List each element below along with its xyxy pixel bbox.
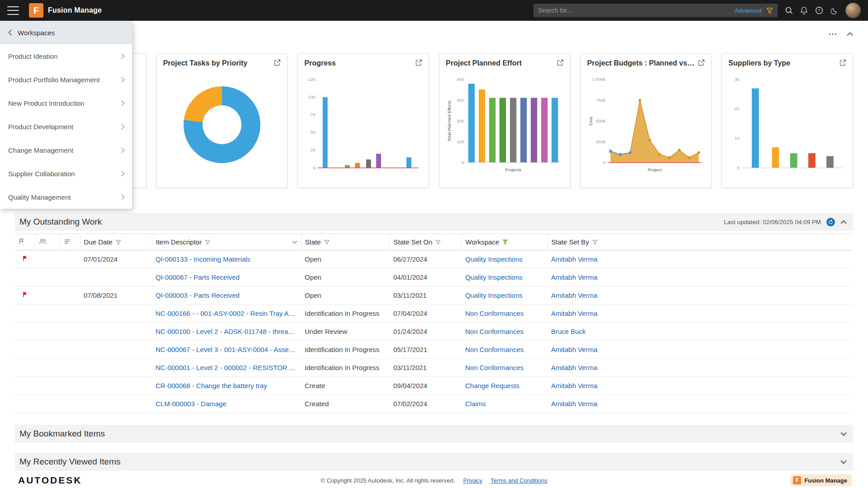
workspace-link[interactable]: Claims [465, 400, 486, 408]
item-link[interactable]: NC-000067 - Level 3 - 001-ASY-0004 - Ass… [156, 346, 300, 353]
filter-funnel-icon[interactable] [766, 7, 773, 14]
user-link[interactable]: Amitabh Verma [551, 273, 598, 281]
help-button[interactable]: ? [815, 6, 823, 14]
open-in-new-icon[interactable] [840, 59, 846, 66]
workspace-link[interactable]: Quality Inspections [465, 255, 523, 263]
workspace-link[interactable]: Non Conformances [465, 364, 524, 371]
user-link[interactable]: Amitabh Verma [551, 346, 598, 353]
cell-flag [15, 395, 35, 413]
column-due-date[interactable]: Due Date [80, 234, 152, 250]
cell-description [60, 341, 80, 359]
people-icon [39, 239, 47, 244]
workspace-link[interactable]: Non Conformances [465, 310, 524, 317]
hamburger-menu-button[interactable] [7, 6, 19, 15]
menu-item[interactable]: New Product Introduction [0, 91, 132, 115]
collapse-dashboards-icon[interactable] [847, 32, 853, 36]
user-link[interactable]: Amitabh Verma [551, 364, 598, 371]
menu-item[interactable]: Change Management [0, 138, 132, 162]
table-row[interactable]: CR-000068 - Change the battery tray Crea… [15, 377, 853, 395]
item-link[interactable]: QI-000003 - Parts Received [156, 291, 240, 299]
table-row[interactable]: 07/01/2024 QI-000133 - Incoming Material… [15, 250, 853, 268]
item-link[interactable]: QI-000133 - Incoming Materials [156, 255, 250, 263]
chevron-down-icon[interactable] [292, 240, 297, 244]
workspace-link[interactable]: Change Requests [465, 382, 519, 389]
user-link[interactable]: Amitabh Verma [551, 255, 598, 263]
user-link[interactable]: Amitabh Verma [551, 382, 598, 389]
workspace-link[interactable]: Non Conformances [465, 328, 524, 335]
table-row[interactable]: NC-000166 - - 001-ASY-0002 - Resin Tray … [15, 305, 853, 323]
cell-item-descriptor: NC-000166 - - 001-ASY-0002 - Resin Tray … [152, 305, 301, 323]
menu-item[interactable]: Supplier Collaboration [0, 162, 132, 185]
table-row[interactable]: NC-000100 - Level 2 - ADSK-011748 - thre… [15, 323, 853, 341]
svg-text:0: 0 [603, 160, 606, 165]
column-state-set-by[interactable]: State Set By [547, 234, 853, 250]
top-bar: F Fusion Manage Advanced ? [0, 0, 868, 21]
menu-item[interactable]: Product Ideation [0, 44, 132, 68]
cell-state-set-by: Amitabh Verma [547, 341, 853, 359]
column-label: State Set By [552, 238, 589, 246]
item-link[interactable]: CLM-000003 - Damage [156, 400, 226, 408]
table-row[interactable]: NC-000067 - Level 3 - 001-ASY-0004 - Ass… [15, 341, 853, 359]
chevron-right-icon [121, 147, 125, 153]
column-item-descriptor[interactable]: Item Descriptor [152, 234, 301, 250]
collapse-section-icon[interactable] [840, 220, 847, 224]
privacy-link[interactable]: Privacy [463, 477, 482, 484]
user-link[interactable]: Amitabh Verma [551, 291, 598, 299]
advanced-search-link[interactable]: Advanced [735, 7, 762, 14]
active-filter-funnel-icon[interactable] [502, 239, 508, 245]
menu-item[interactable]: Product Portfolio Management [0, 68, 132, 91]
svg-text:250k: 250k [596, 139, 605, 144]
open-in-new-icon[interactable] [698, 59, 705, 66]
column-description[interactable] [60, 234, 80, 250]
more-options-icon[interactable] [829, 33, 837, 35]
workspace-link[interactable]: Non Conformances [465, 346, 524, 353]
column-assignees[interactable] [35, 234, 60, 250]
filter-funnel-icon[interactable] [116, 239, 121, 245]
table-row[interactable]: 07/08/2021 QI-000003 - Parts Received Op… [15, 286, 853, 305]
cell-state-set-by: Amitabh Verma [547, 359, 853, 377]
filter-funnel-icon[interactable] [592, 239, 598, 245]
dark-mode-toggle[interactable] [830, 7, 838, 14]
expand-section-icon[interactable] [840, 432, 847, 436]
column-state[interactable]: State [301, 234, 390, 250]
cell-state-set-by: Bruce Buck [547, 323, 853, 341]
column-flag[interactable] [15, 234, 35, 250]
open-in-new-icon[interactable] [557, 59, 564, 66]
workspace-link[interactable]: Quality Inspections [465, 273, 523, 281]
filter-funnel-icon[interactable] [324, 239, 330, 245]
refresh-icon[interactable] [826, 218, 835, 226]
search-button[interactable] [785, 6, 793, 14]
expand-section-icon[interactable] [840, 460, 847, 464]
cell-due-date: 07/01/2024 [80, 250, 152, 268]
user-link[interactable]: Amitabh Verma [551, 400, 598, 408]
search-input[interactable] [538, 7, 730, 14]
filter-funnel-icon[interactable] [205, 239, 210, 245]
cell-due-date [80, 377, 152, 395]
table-row[interactable]: QI-000067 - Parts Received Open 04/01/20… [15, 268, 853, 286]
filter-funnel-icon[interactable] [435, 239, 441, 245]
svg-text:50: 50 [311, 130, 316, 135]
notifications-button[interactable] [800, 6, 808, 14]
terms-link[interactable]: Terms and Conditions [491, 477, 547, 484]
column-state-set-on[interactable]: State Set On [390, 234, 462, 250]
menu-item[interactable]: Quality Management [0, 185, 132, 209]
item-link[interactable]: NC-000166 - - 001-ASY-0002 - Resin Tray … [156, 310, 301, 317]
open-in-new-icon[interactable] [415, 59, 422, 66]
item-link[interactable]: NC-000100 - Level 2 - ADSK-011748 - thre… [156, 328, 301, 335]
column-label: Workspace [466, 238, 500, 246]
item-link[interactable]: CR-000068 - Change the battery tray [156, 382, 267, 389]
user-link[interactable]: Bruce Buck [551, 328, 586, 335]
open-in-new-icon[interactable] [274, 59, 281, 66]
item-link[interactable]: NC-000001 - Level 2 - 000002 - RESISTOR … [156, 364, 295, 371]
item-link[interactable]: QI-000067 - Parts Received [156, 273, 240, 281]
user-link[interactable]: Amitabh Verma [551, 310, 598, 317]
table-row[interactable]: NC-000001 - Level 2 - 000002 - RESISTOR … [15, 359, 853, 377]
menu-item[interactable]: Product Development [0, 115, 132, 138]
table-row[interactable]: CLM-000003 - Damage Created 07/02/2024 C… [15, 395, 853, 413]
red-flag-icon[interactable] [22, 255, 28, 262]
workspace-link[interactable]: Quality Inspections [465, 291, 523, 299]
column-workspace[interactable]: Workspace [462, 234, 547, 250]
menu-back-item[interactable]: Workspaces [0, 21, 132, 44]
red-flag-icon[interactable] [22, 291, 28, 298]
user-avatar[interactable] [845, 3, 861, 18]
